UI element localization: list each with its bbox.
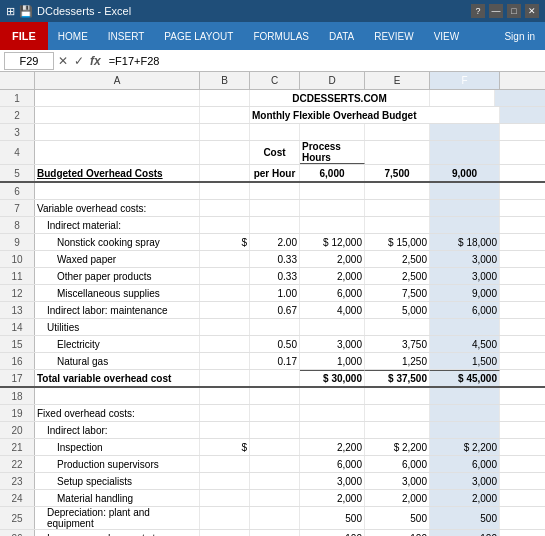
tab-formulas[interactable]: FORMULAS [243,22,319,50]
cell-b21[interactable]: $ [200,439,250,455]
cell-c19[interactable] [250,405,300,421]
cell-d17[interactable]: $ 30,000 [300,370,365,386]
cell-f18[interactable] [430,388,500,404]
cell-d7[interactable] [300,200,365,216]
cell-c23[interactable] [250,473,300,489]
cell-c13[interactable]: 0.67 [250,302,300,318]
cell-d20[interactable] [300,422,365,438]
cell-b4[interactable] [200,141,250,164]
cell-e20[interactable] [365,422,430,438]
cell-c4[interactable]: Cost [250,141,300,164]
cell-reference-box[interactable]: F29 [4,52,54,70]
cell-d14[interactable] [300,319,365,335]
cell-c14[interactable] [250,319,300,335]
cell-a26[interactable]: Insurance and property taxes [35,530,200,536]
cell-c26[interactable] [250,530,300,536]
cell-e11[interactable]: 2,500 [365,268,430,284]
cell-a18[interactable] [35,388,200,404]
cell-f10[interactable]: 3,000 [430,251,500,267]
cell-d22[interactable]: 6,000 [300,456,365,472]
cell-c6[interactable] [250,183,300,199]
cell-b13[interactable] [200,302,250,318]
cell-a23[interactable]: Setup specialists [35,473,200,489]
cell-b16[interactable] [200,353,250,369]
cell-b24[interactable] [200,490,250,506]
cell-d12[interactable]: 6,000 [300,285,365,301]
cell-c1[interactable]: DCDESSERTS.COM [250,90,430,106]
cell-f12[interactable]: 9,000 [430,285,500,301]
cell-c15[interactable]: 0.50 [250,336,300,352]
cell-a2[interactable] [35,107,200,123]
cell-b10[interactable] [200,251,250,267]
cell-c2[interactable]: Monthly Flexible Overhead Budget [250,107,500,123]
cell-c10[interactable]: 0.33 [250,251,300,267]
cell-c22[interactable] [250,456,300,472]
cell-d5[interactable]: 6,000 [300,165,365,181]
col-header-a[interactable]: A [35,72,200,89]
cell-f15[interactable]: 4,500 [430,336,500,352]
cell-d8[interactable] [300,217,365,233]
cell-d23[interactable]: 3,000 [300,473,365,489]
cell-e13[interactable]: 5,000 [365,302,430,318]
cell-d16[interactable]: 1,000 [300,353,365,369]
cell-b22[interactable] [200,456,250,472]
cell-b17[interactable] [200,370,250,386]
cell-e14[interactable] [365,319,430,335]
cell-a4[interactable] [35,141,200,164]
cell-d15[interactable]: 3,000 [300,336,365,352]
cell-d24[interactable]: 2,000 [300,490,365,506]
cell-b5[interactable] [200,165,250,181]
cell-c18[interactable] [250,388,300,404]
cell-e22[interactable]: 6,000 [365,456,430,472]
cell-a25[interactable]: Depreciation: plant and equipment [35,507,200,529]
cell-a8[interactable]: Indirect material: [35,217,200,233]
cell-f4[interactable] [430,141,500,164]
cell-d11[interactable]: 2,000 [300,268,365,284]
tab-view[interactable]: VIEW [424,22,470,50]
cell-c3[interactable] [250,124,300,140]
cell-a24[interactable]: Material handling [35,490,200,506]
cell-b19[interactable] [200,405,250,421]
cell-a12[interactable]: Miscellaneous supplies [35,285,200,301]
cell-b20[interactable] [200,422,250,438]
cell-f1[interactable] [495,90,545,106]
cell-a6[interactable] [35,183,200,199]
cell-a7[interactable]: Variable overhead costs: [35,200,200,216]
cell-a10[interactable]: Waxed paper [35,251,200,267]
cell-d3[interactable] [300,124,365,140]
cell-d25[interactable]: 500 [300,507,365,529]
cell-e9[interactable]: $ 15,000 [365,234,430,250]
cell-b7[interactable] [200,200,250,216]
cell-d26[interactable]: 100 [300,530,365,536]
cancel-formula-icon[interactable]: ✕ [58,54,68,68]
cell-a21[interactable]: Inspection [35,439,200,455]
cell-c8[interactable] [250,217,300,233]
cell-e1[interactable] [430,90,495,106]
cell-e18[interactable] [365,388,430,404]
file-tab[interactable]: FILE [0,22,48,50]
cell-b25[interactable] [200,507,250,529]
cell-c16[interactable]: 0.17 [250,353,300,369]
cell-c25[interactable] [250,507,300,529]
cell-b14[interactable] [200,319,250,335]
cell-a1[interactable] [35,90,200,106]
cell-d19[interactable] [300,405,365,421]
cell-f25[interactable]: 500 [430,507,500,529]
cell-e8[interactable] [365,217,430,233]
cell-f13[interactable]: 6,000 [430,302,500,318]
cell-a5[interactable]: Budgeted Overhead Costs [35,165,200,181]
cell-d9[interactable]: $ 12,000 [300,234,365,250]
cell-a14[interactable]: Utilities [35,319,200,335]
cell-e15[interactable]: 3,750 [365,336,430,352]
col-header-e[interactable]: E [365,72,430,89]
cell-b23[interactable] [200,473,250,489]
cell-d4[interactable]: Process Hours [300,141,365,164]
cell-a15[interactable]: Electricity [35,336,200,352]
cell-e21[interactable]: $ 2,200 [365,439,430,455]
cell-f6[interactable] [430,183,500,199]
cell-f2[interactable] [500,107,545,123]
cell-f5[interactable]: 9,000 [430,165,500,181]
cell-f19[interactable] [430,405,500,421]
tab-insert[interactable]: INSERT [98,22,155,50]
cell-b12[interactable] [200,285,250,301]
